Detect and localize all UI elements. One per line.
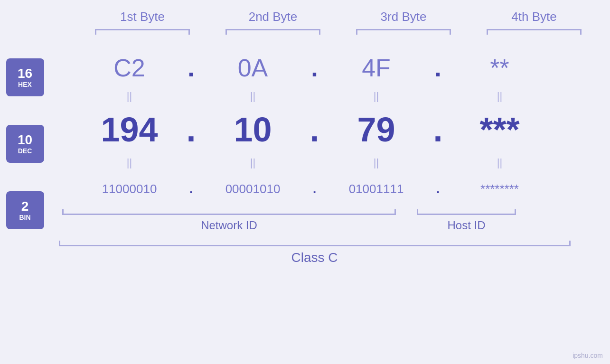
top-bracket-4 <box>487 29 582 35</box>
hex-row: C2 . 0A . 4F . ** <box>54 49 576 87</box>
class-c-label: Class C <box>291 250 338 265</box>
watermark: ipshu.com <box>572 352 603 359</box>
eq-1-4: || <box>448 90 552 103</box>
dec-cell-2: 10 <box>201 110 305 149</box>
eq-1-2: || <box>201 90 305 103</box>
top-bracket-2 <box>225 29 320 35</box>
class-c-section: Class C <box>54 241 576 265</box>
dec-dot-2: . <box>305 110 324 149</box>
network-id-section: Network ID <box>54 209 405 232</box>
hex-badge-num: 16 <box>18 66 32 81</box>
bin-dot-1: . <box>182 182 201 196</box>
bin-cell-3: 01001111 <box>324 182 429 196</box>
network-id-bracket-line <box>62 209 396 215</box>
bin-cell-4: ******** <box>448 182 552 196</box>
byte-header-3: 3rd Byte <box>351 9 456 24</box>
byte-header-2: 2nd Byte <box>221 9 325 24</box>
data-rows-container: C2 . 0A . 4F . ** || || || || 194 <box>54 49 576 265</box>
bottom-id-brackets: Network ID Host ID <box>54 209 576 232</box>
hex-cell-2: 0A <box>201 54 305 82</box>
dec-row: 194 . 10 . 79 . *** <box>54 106 576 153</box>
bin-badge: 2 BIN <box>6 191 44 229</box>
dec-badge: 10 DEC <box>6 125 44 163</box>
host-id-label: Host ID <box>447 219 485 232</box>
dec-dot-1: . <box>182 110 201 149</box>
bin-row: 11000010 . 00001010 . 01001111 . *******… <box>54 172 576 205</box>
bin-badge-label: BIN <box>19 214 30 221</box>
eq-2-3: || <box>324 157 429 169</box>
byte-headers-row: 1st Byte 2nd Byte 3rd Byte 4th Byte <box>77 9 600 24</box>
bin-dot-2: . <box>305 182 324 196</box>
bin-badge-num: 2 <box>21 199 29 214</box>
badges-column: 16 HEX 10 DEC 2 BIN <box>6 49 44 229</box>
hex-badge: 16 HEX <box>6 58 44 96</box>
hex-cell-3: 4F <box>324 54 429 82</box>
dec-cell-1: 194 <box>77 110 182 149</box>
hex-dot-3: . <box>429 54 448 82</box>
eq-row-2: || || || || <box>54 153 576 172</box>
dec-cell-3: 79 <box>324 110 429 149</box>
host-id-section: Host ID <box>414 209 519 232</box>
top-bracket-1 <box>95 29 190 35</box>
byte-header-4: 4th Byte <box>482 9 586 24</box>
eq-row-1: || || || || <box>54 87 576 106</box>
network-id-label: Network ID <box>201 219 257 232</box>
bin-dot-3: . <box>429 182 448 196</box>
host-id-bracket-line <box>417 209 516 215</box>
dec-badge-label: DEC <box>18 147 32 155</box>
main-container: 1st Byte 2nd Byte 3rd Byte 4th Byte 16 H… <box>0 0 610 364</box>
dec-badge-num: 10 <box>18 133 32 148</box>
eq-1-3: || <box>324 90 429 103</box>
top-bracket-row <box>77 29 600 35</box>
main-data-area: 16 HEX 10 DEC 2 BIN C2 . 0A . 4F . ** <box>6 49 604 265</box>
hex-dot-2: . <box>305 54 324 82</box>
byte-header-1: 1st Byte <box>90 9 195 24</box>
hex-cell-1: C2 <box>77 54 182 82</box>
dec-cell-4: *** <box>448 110 552 149</box>
eq-1-1: || <box>77 90 182 103</box>
hex-badge-label: HEX <box>18 81 32 88</box>
bin-cell-1: 11000010 <box>77 182 182 196</box>
hex-dot-1: . <box>182 54 201 82</box>
bracket-spacer <box>405 209 414 232</box>
bin-cell-2: 00001010 <box>201 182 305 196</box>
class-c-bracket-line <box>59 241 571 246</box>
eq-2-4: || <box>448 157 552 169</box>
dec-dot-3: . <box>429 110 448 149</box>
eq-2-1: || <box>77 157 182 169</box>
hex-cell-4: ** <box>448 54 552 82</box>
top-bracket-3 <box>356 29 451 35</box>
eq-2-2: || <box>201 157 305 169</box>
